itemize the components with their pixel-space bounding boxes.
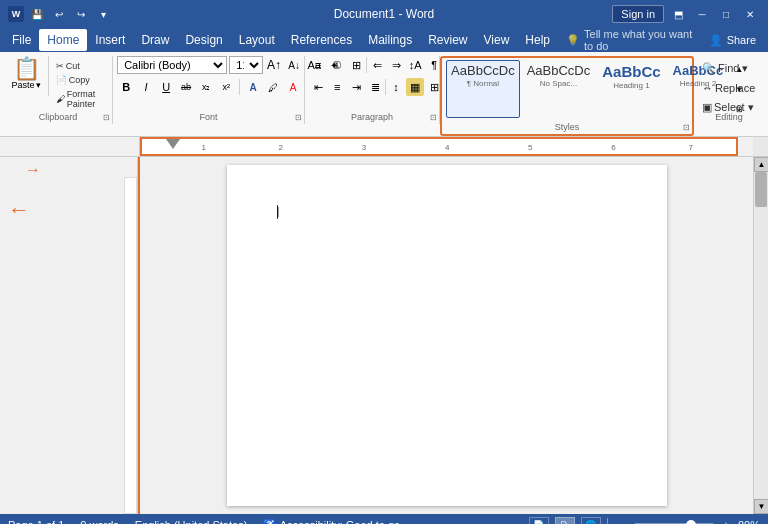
menu-review[interactable]: Review [420,29,475,51]
paragraph-label: Paragraph [305,112,439,122]
print-layout-btn[interactable]: 🗋 [555,517,575,524]
superscript-button[interactable]: x² [217,78,235,96]
clipboard-expand-icon[interactable]: ⊡ [103,113,110,122]
ruler-tick-3: 3 [362,143,366,152]
redo-qat-btn[interactable]: ↪ [72,5,90,23]
decrease-indent-button[interactable]: ⇐ [368,56,386,74]
doc-cursor: | [277,205,278,219]
menu-bar: File Home Insert Draw Design Layout Refe… [0,28,768,52]
status-right: 📄 🗋 🌐 ─ + 80% [529,517,760,524]
sort-button[interactable]: ↕A [406,56,424,74]
menu-layout[interactable]: Layout [231,29,283,51]
align-left-button[interactable]: ⇤ [309,78,327,96]
signin-button[interactable]: Sign in [612,5,664,23]
annotation-arrow-left: ← [8,197,30,223]
ribbon-display-btn[interactable]: ⬒ [668,5,688,23]
highlight-color-button[interactable]: 🖊 [264,78,282,96]
menu-design[interactable]: Design [177,29,230,51]
ruler-right-space [753,137,768,156]
font-label: Font [113,112,304,122]
align-center-button[interactable]: ≡ [328,78,346,96]
shrink-font-button[interactable]: A↓ [285,56,303,74]
style-heading1[interactable]: AaBbCc Heading 1 [597,60,665,118]
zoom-thumb[interactable] [686,520,696,524]
justify-button[interactable]: ≣ [366,78,384,96]
save-qat-btn[interactable]: 💾 [28,5,46,23]
customize-qat-btn[interactable]: ▾ [94,5,112,23]
ruler-tick-1: 1 [201,143,205,152]
scroll-down-btn[interactable]: ▼ [754,499,768,514]
bold-button[interactable]: B [117,78,135,96]
tell-me-label[interactable]: Tell me what you want to do [584,28,701,52]
scrollbar: ▲ ▼ [753,157,768,514]
menu-file[interactable]: File [4,29,39,51]
increase-indent-button[interactable]: ⇒ [387,56,405,74]
italic-button[interactable]: I [137,78,155,96]
replace-button[interactable]: ↔ Replace [698,80,759,96]
scroll-up-btn[interactable]: ▲ [754,157,768,172]
font-group: Calibri (Body) 11 A↑ A↓ Aa ✦ B I U ab x₂ [113,56,305,124]
align-right-button[interactable]: ⇥ [347,78,365,96]
menu-draw[interactable]: Draw [133,29,177,51]
scroll-thumb[interactable] [755,172,767,207]
strikethrough-button[interactable]: ab [177,78,195,96]
menu-insert[interactable]: Insert [87,29,133,51]
scroll-track[interactable] [754,172,768,499]
ruler-tick-5: 5 [528,143,532,152]
font-name-select[interactable]: Calibri (Body) [117,56,227,74]
ruler-tick-6: 6 [611,143,615,152]
doc-page[interactable]: | [227,165,667,506]
shading-button[interactable]: ▦ [406,78,424,96]
main-area: → ← | ▲ ▼ [0,157,768,514]
subscript-button[interactable]: x₂ [197,78,215,96]
web-layout-btn[interactable]: 🌐 [581,517,601,524]
replace-icon: ↔ [702,82,713,94]
vruler-main [124,177,137,514]
find-button[interactable]: 🔍 Find ▾ [698,60,759,77]
zoom-out-btn[interactable]: ─ [614,517,630,524]
font-color-button[interactable]: A [284,78,302,96]
share-btn[interactable]: 👤 Share [701,34,764,47]
menu-mailings[interactable]: Mailings [360,29,420,51]
doc-area: | [140,157,753,514]
numbering-button[interactable]: ① [328,56,346,74]
ruler-container: 1 2 3 4 5 6 7 [0,137,768,157]
annotation-arrow-top: → [25,161,41,179]
maximize-btn[interactable]: □ [716,5,736,23]
cut-button[interactable]: ✂ Cut [53,60,106,72]
title-bar-right: Sign in ⬒ ─ □ ✕ [612,5,760,23]
line-spacing-button[interactable]: ↕ [387,78,405,96]
accessibility-icon: ♿ [263,519,277,525]
style-normal-label: ¶ Normal [467,79,499,88]
menu-references[interactable]: References [283,29,360,51]
read-mode-btn[interactable]: 📄 [529,517,549,524]
zoom-in-btn[interactable]: + [718,517,734,524]
font-expand-icon[interactable]: ⊡ [295,113,302,122]
copy-button[interactable]: 📄 Copy [53,74,106,86]
style-normal[interactable]: AaBbCcDc ¶ Normal [446,60,520,118]
title-bar-center: Document1 - Word [334,7,434,21]
status-left: Page 1 of 1 0 words English (United Stat… [8,519,400,525]
undo-qat-btn[interactable]: ↩ [50,5,68,23]
underline-button[interactable]: U [157,78,175,96]
styles-expand-icon[interactable]: ⊡ [683,123,690,132]
menu-view[interactable]: View [476,29,518,51]
minimize-btn[interactable]: ─ [692,5,712,23]
ruler-left-margin-marker[interactable] [166,139,180,153]
bullets-button[interactable]: ≡ [309,56,327,74]
grow-font-button[interactable]: A↑ [265,56,283,74]
lightbulb-icon: 💡 [566,34,580,47]
para-align-row: ⇤ ≡ ⇥ ≣ ↕ ▦ ⊞ [309,78,443,96]
close-btn[interactable]: ✕ [740,5,760,23]
format-painter-button[interactable]: 🖌 Format Painter [53,88,106,110]
style-no-space[interactable]: AaBbCcDc No Spac... [522,60,596,118]
vertical-ruler [124,157,138,514]
paragraph-expand-icon[interactable]: ⊡ [430,113,437,122]
menu-home[interactable]: Home [39,29,87,51]
multilevel-list-button[interactable]: ⊞ [347,56,365,74]
menu-help[interactable]: Help [517,29,558,51]
font-size-select[interactable]: 11 [229,56,263,74]
ruler: 1 2 3 4 5 6 7 [140,137,738,156]
accessibility-indicator: ♿ Accessibility: Good to go [263,519,400,525]
text-effects-button[interactable]: A [244,78,262,96]
